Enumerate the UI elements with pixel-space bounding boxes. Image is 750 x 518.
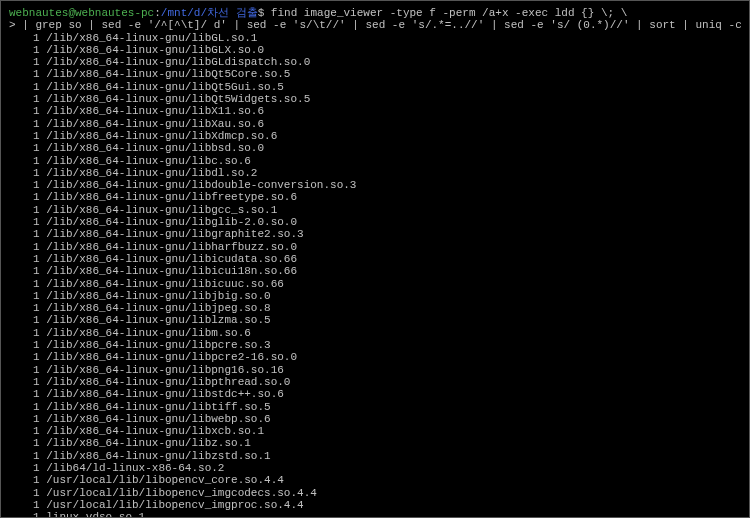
command-text-2: | grep so | sed -e '/^[^\t]/ d' | sed -e…	[16, 19, 750, 31]
command-text-1: find image_viewer -type f -perm /a+x -ex…	[264, 7, 627, 19]
output-line: 1 /lib/x86_64-linux-gnu/libdouble-conver…	[9, 179, 741, 191]
prompt-line-2: > | grep so | sed -e '/^[^\t]/ d' | sed …	[9, 19, 741, 31]
output-line: 1 /lib/x86_64-linux-gnu/libjbig.so.0	[9, 290, 741, 302]
output-line: 1 /lib/x86_64-linux-gnu/libQt5Widgets.so…	[9, 93, 741, 105]
output-line: 1 /usr/local/lib/libopencv_imgproc.so.4.…	[9, 499, 741, 511]
prompt-line-1: webnautes@webnautes-pc:/mnt/d/차선 검출$ fin…	[9, 7, 741, 19]
output-line: 1 /lib/x86_64-linux-gnu/libicuuc.so.66	[9, 278, 741, 290]
output-line: 1 /lib/x86_64-linux-gnu/libc.so.6	[9, 155, 741, 167]
output-line: 1 /lib/x86_64-linux-gnu/libQt5Gui.so.5	[9, 81, 741, 93]
output-line: 1 /usr/local/lib/libopencv_imgcodecs.so.…	[9, 487, 741, 499]
output-line: 1 linux-vdso.so.1	[9, 511, 741, 518]
output-line: 1 /lib/x86_64-linux-gnu/libGLX.so.0	[9, 44, 741, 56]
output-line: 1 /lib/x86_64-linux-gnu/libdl.so.2	[9, 167, 741, 179]
output-line: 1 /lib/x86_64-linux-gnu/libQt5Core.so.5	[9, 68, 741, 80]
prompt-user-host: webnautes@webnautes-pc	[9, 7, 154, 19]
output-line: 1 /lib/x86_64-linux-gnu/libharfbuzz.so.0	[9, 241, 741, 253]
output-line: 1 /lib/x86_64-linux-gnu/libjpeg.so.8	[9, 302, 741, 314]
output-line: 1 /lib/x86_64-linux-gnu/libXdmcp.so.6	[9, 130, 741, 142]
output-line: 1 /lib/x86_64-linux-gnu/libgraphite2.so.…	[9, 228, 741, 240]
output-line: 1 /lib/x86_64-linux-gnu/libbsd.so.0	[9, 142, 741, 154]
terminal[interactable]: webnautes@webnautes-pc:/mnt/d/차선 검출$ fin…	[9, 7, 741, 518]
output-line: 1 /lib/x86_64-linux-gnu/libicudata.so.66	[9, 253, 741, 265]
output-line: 1 /lib/x86_64-linux-gnu/libwebp.so.6	[9, 413, 741, 425]
prompt-path: /mnt/d/차선 검출	[161, 7, 258, 19]
output-line: 1 /lib/x86_64-linux-gnu/libz.so.1	[9, 437, 741, 449]
output-line: 1 /lib/x86_64-linux-gnu/libpcre2-16.so.0	[9, 351, 741, 363]
output-line: 1 /lib/x86_64-linux-gnu/libpthread.so.0	[9, 376, 741, 388]
output-line: 1 /lib64/ld-linux-x86-64.so.2	[9, 462, 741, 474]
output-line: 1 /lib/x86_64-linux-gnu/liblzma.so.5	[9, 314, 741, 326]
output-line: 1 /lib/x86_64-linux-gnu/libpng16.so.16	[9, 364, 741, 376]
output-line: 1 /lib/x86_64-linux-gnu/libxcb.so.1	[9, 425, 741, 437]
output-line: 1 /lib/x86_64-linux-gnu/libm.so.6	[9, 327, 741, 339]
output-line: 1 /lib/x86_64-linux-gnu/libzstd.so.1	[9, 450, 741, 462]
output-line: 1 /lib/x86_64-linux-gnu/libgcc_s.so.1	[9, 204, 741, 216]
output-line: 1 /lib/x86_64-linux-gnu/libglib-2.0.so.0	[9, 216, 741, 228]
output-line: 1 /lib/x86_64-linux-gnu/libfreetype.so.6	[9, 191, 741, 203]
output-line: 1 /lib/x86_64-linux-gnu/libtiff.so.5	[9, 401, 741, 413]
output-line: 1 /lib/x86_64-linux-gnu/libstdc++.so.6	[9, 388, 741, 400]
output-line: 1 /lib/x86_64-linux-gnu/libGL.so.1	[9, 32, 741, 44]
continuation-prompt: >	[9, 19, 16, 31]
output-line: 1 /lib/x86_64-linux-gnu/libX11.so.6	[9, 105, 741, 117]
output-line: 1 /usr/local/lib/libopencv_core.so.4.4	[9, 474, 741, 486]
output-line: 1 /lib/x86_64-linux-gnu/libicui18n.so.66	[9, 265, 741, 277]
output-line: 1 /lib/x86_64-linux-gnu/libXau.so.6	[9, 118, 741, 130]
prompt-colon: :	[154, 7, 161, 19]
output-line: 1 /lib/x86_64-linux-gnu/libGLdispatch.so…	[9, 56, 741, 68]
output-line: 1 /lib/x86_64-linux-gnu/libpcre.so.3	[9, 339, 741, 351]
